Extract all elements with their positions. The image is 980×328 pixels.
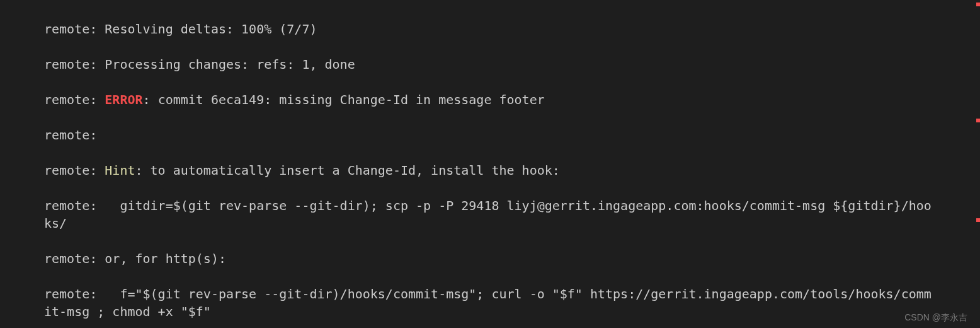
hint-label: Hint (105, 163, 135, 178)
watermark: CSDN @李永吉 (904, 312, 967, 324)
remote-prefix: remote: (44, 163, 105, 178)
output-line: remote: Resolving deltas: 100% (7/7) (44, 20, 938, 38)
terminal-output[interactable]: remote: Resolving deltas: 100% (7/7) rem… (0, 0, 938, 328)
output-line: remote: ERROR: commit 6eca149: missing C… (44, 91, 938, 108)
output-line: remote: Hint: to automatically insert a … (44, 161, 938, 179)
error-message: : commit 6eca149: missing Change-Id in m… (143, 92, 545, 107)
output-line: remote: gitdir=$(git rev-parse --git-dir… (44, 197, 938, 232)
scrollbar-error-mark (976, 119, 980, 122)
hint-message: : to automatically insert a Change-Id, i… (135, 163, 560, 178)
output-line: remote: (44, 126, 938, 144)
error-label: ERROR (105, 92, 142, 107)
output-line: remote: Processing changes: refs: 1, don… (44, 56, 938, 73)
scrollbar-error-mark (976, 3, 980, 6)
scrollbar-error-mark (976, 218, 980, 222)
output-line: remote: or, for http(s): (44, 250, 938, 267)
output-line: remote: f="$(git rev-parse --git-dir)/ho… (44, 285, 938, 320)
scrollbar[interactable] (971, 0, 980, 328)
remote-prefix: remote: (44, 92, 105, 107)
